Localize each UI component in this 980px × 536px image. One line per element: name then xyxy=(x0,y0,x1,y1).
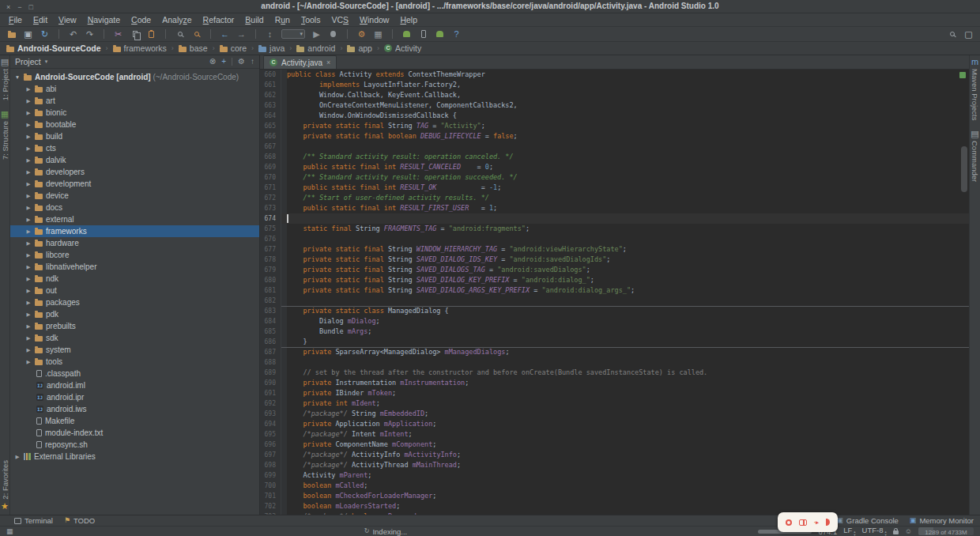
code-line-text[interactable]: private static final String SAVED_DIALOG… xyxy=(281,275,969,285)
line-number[interactable]: 662 xyxy=(260,90,281,100)
tree-expand-arrow[interactable]: ▶ xyxy=(25,169,32,176)
breadcrumb-base[interactable]: base xyxy=(179,43,208,53)
code-line-text[interactable] xyxy=(281,234,969,244)
tool-button-structure[interactable]: ▦7: Structure xyxy=(1,110,9,160)
project-panel-title[interactable]: Project xyxy=(15,57,41,66)
code-line-text[interactable]: /*package*/ boolean mResumed; xyxy=(281,511,969,515)
code-line-text[interactable]: private static final String WINDOW_HIERA… xyxy=(281,244,969,255)
tree-expand-arrow[interactable]: ▶ xyxy=(25,122,32,128)
cut-icon[interactable]: ✂ xyxy=(113,28,123,40)
indexing-status[interactable]: ↻ Indexing... xyxy=(364,527,408,536)
tree-expand-arrow[interactable]: ▶ xyxy=(25,193,32,199)
line-number[interactable]: 675 xyxy=(260,224,281,234)
code-line-text[interactable]: private static final String SAVED_DIALOG… xyxy=(281,265,969,275)
line-number[interactable]: 684 xyxy=(260,316,281,327)
menu-file[interactable]: File xyxy=(3,13,28,27)
code-line-text[interactable]: private static class ManagedDialog { xyxy=(281,306,969,316)
close-icon[interactable]: ⊗ xyxy=(209,58,216,66)
play-dots-icon[interactable]: ·▸ xyxy=(814,519,819,526)
line-number[interactable]: 695 xyxy=(260,429,281,440)
open-icon[interactable] xyxy=(6,28,17,40)
tool-button-commander[interactable]: ▤Commander xyxy=(971,130,979,182)
line-number[interactable]: 670 xyxy=(260,172,281,183)
line-number[interactable]: 681 xyxy=(260,285,281,296)
tree-expand-arrow[interactable]: ▶ xyxy=(25,300,32,306)
tree-item-libnativehelper[interactable]: ▶libnativehelper xyxy=(10,261,259,273)
line-number[interactable]: 680 xyxy=(260,275,281,285)
tree-expand-arrow[interactable]: ▶ xyxy=(25,323,32,330)
line-number[interactable]: 678 xyxy=(260,255,281,265)
code-line-text[interactable]: static final String FRAGMENTS_TAG = "and… xyxy=(281,224,969,234)
code-line-text[interactable]: private SparseArray<ManagedDialog> mMana… xyxy=(281,347,969,357)
tree-item-bionic[interactable]: ▶bionic xyxy=(10,107,259,119)
line-number[interactable]: 685 xyxy=(260,327,281,337)
line-number[interactable]: 660 xyxy=(260,70,281,80)
line-number[interactable]: 667 xyxy=(260,142,281,152)
panel-toggle-icon[interactable]: ▢ xyxy=(963,28,974,40)
tree-expand-arrow[interactable]: ▼ xyxy=(14,74,21,80)
line-number[interactable]: 696 xyxy=(260,440,281,450)
menu-navigate[interactable]: Navigate xyxy=(82,13,126,27)
code-line-text[interactable]: private Instrumentation mInstrumentation… xyxy=(281,378,969,388)
tree-expand-arrow[interactable]: ▶ xyxy=(25,252,32,259)
sdk-manager-icon[interactable] xyxy=(401,28,412,40)
code-line-text[interactable]: Activity mParent; xyxy=(281,470,969,481)
toolwindow-switcher-icon[interactable]: ▦ xyxy=(6,528,13,535)
code-line-text[interactable]: private ComponentName mComponent; xyxy=(281,440,969,450)
sync-icon[interactable]: ↻ xyxy=(40,28,50,40)
menu-window[interactable]: Window xyxy=(354,13,394,27)
code-line-text[interactable]: private static final String SAVED_DIALOG… xyxy=(281,255,969,265)
code-line-text[interactable]: /** Start of user-defined activity resul… xyxy=(281,193,969,203)
tree-item--classpath[interactable]: .classpath xyxy=(10,368,259,379)
tree-expand-arrow[interactable]: ▶ xyxy=(25,181,32,187)
line-number[interactable]: 672 xyxy=(260,193,281,203)
tree-item-root[interactable]: ▼Android-SourceCode [android] (~/Android… xyxy=(10,71,259,83)
tree-item-makefile[interactable]: Makefile xyxy=(10,415,259,427)
tree-expand-arrow[interactable]: ▶ xyxy=(25,288,32,294)
code-line-text[interactable] xyxy=(281,213,969,224)
breadcrumb-app[interactable]: app xyxy=(347,43,372,53)
undo-icon[interactable]: ↶ xyxy=(68,28,78,40)
tree-expand-arrow[interactable]: ▶ xyxy=(25,240,32,247)
line-number[interactable]: 702 xyxy=(260,501,281,511)
line-number[interactable]: 693 xyxy=(260,409,281,419)
memory-monitor-button[interactable]: ▣ Memory Monitor xyxy=(910,516,974,525)
replace-icon[interactable] xyxy=(191,28,202,40)
code-line-text[interactable]: OnCreateContextMenuListener, ComponentCa… xyxy=(281,100,969,111)
settings-icon[interactable]: ⚙ xyxy=(356,28,367,40)
code-line-text[interactable]: boolean mCheckedForLoaderManager; xyxy=(281,491,969,501)
gradle-console-button[interactable]: ▣ Gradle Console xyxy=(836,516,899,525)
avd-manager-icon[interactable] xyxy=(418,28,428,40)
locate-icon[interactable]: + xyxy=(221,58,226,66)
run-config-selector[interactable]: ▾ xyxy=(281,29,305,39)
line-number[interactable]: 669 xyxy=(260,162,281,172)
tree-expand-arrow[interactable]: ▶ xyxy=(25,217,32,223)
tree-item-cts[interactable]: ▶cts xyxy=(10,142,259,154)
menu-vcs[interactable]: VCS xyxy=(326,13,354,27)
todo-button[interactable]: ⚑ TODO xyxy=(64,516,95,525)
code-line-text[interactable]: /*package*/ ActivityThread mMainThread; xyxy=(281,460,969,470)
tree-expand-arrow[interactable]: ▶ xyxy=(25,311,32,318)
tab-activity-java[interactable]: C Activity.java × xyxy=(263,55,337,69)
line-number[interactable]: 674 xyxy=(260,213,281,224)
tool-button-favorites[interactable]: 2: Favorites★ xyxy=(1,460,9,511)
code-line-text[interactable]: boolean mLoadersStarted; xyxy=(281,501,969,511)
tree-item-dalvik[interactable]: ▶dalvik xyxy=(10,154,259,166)
tree-expand-arrow[interactable]: ▶ xyxy=(25,145,32,152)
code-line-text[interactable]: Window.Callback, KeyEvent.Callback, xyxy=(281,90,969,100)
line-number[interactable]: 700 xyxy=(260,481,281,491)
breadcrumb-android[interactable]: android xyxy=(296,43,335,53)
line-separator-widget[interactable]: LF▴▾ xyxy=(843,526,855,536)
help-icon[interactable]: ? xyxy=(451,28,462,40)
code-line-text[interactable]: /*package*/ ActivityInfo mActivityInfo; xyxy=(281,450,969,460)
line-number[interactable]: 687 xyxy=(260,347,281,357)
menu-code[interactable]: Code xyxy=(126,13,156,27)
line-number[interactable]: 686 xyxy=(260,337,281,347)
code-line-text[interactable]: boolean mCalled; xyxy=(281,481,969,491)
find-icon[interactable] xyxy=(175,28,185,40)
code-line-text[interactable]: /** Standard activity result: operation … xyxy=(281,172,969,183)
tree-expand-arrow[interactable]: ▶ xyxy=(25,347,32,353)
tree-item-bootable[interactable]: ▶bootable xyxy=(10,119,259,130)
code-line-text[interactable]: Bundle mArgs; xyxy=(281,327,969,337)
line-number[interactable]: 694 xyxy=(260,419,281,429)
